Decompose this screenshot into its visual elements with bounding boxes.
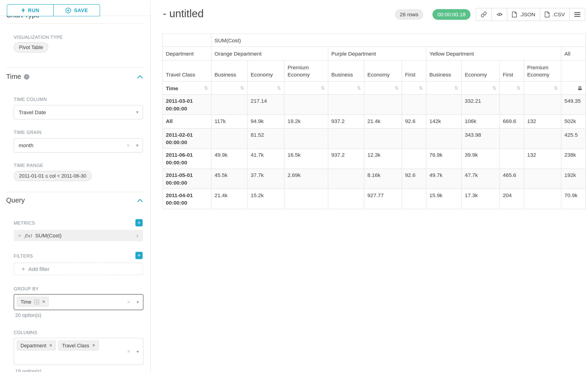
chevron-up-icon[interactable] <box>137 75 143 78</box>
save-button[interactable]: SAVE <box>53 4 100 16</box>
query-section-header[interactable]: Query <box>6 196 143 204</box>
chevron-up-icon[interactable] <box>137 199 143 202</box>
pivot-row-header: All <box>163 115 211 128</box>
pivot-group-header: Purple Department <box>328 46 426 60</box>
metric-chip[interactable]: ƒ(x) SUM(Cost) <box>14 230 143 241</box>
sort-icon[interactable] <box>454 85 458 91</box>
pivot-value-cell: 192k <box>561 169 586 189</box>
visualization-type-pill[interactable]: Pivot Table <box>14 42 49 53</box>
view-query-button[interactable]: </> <box>491 8 507 21</box>
group-by-control[interactable]: Time <box>14 294 143 310</box>
clear-icon[interactable] <box>127 299 130 305</box>
sort-icon[interactable] <box>419 85 423 91</box>
time-range-pill[interactable]: 2011-01-01 ≤ col < 2011-06-30 <box>14 171 92 181</box>
export-csv-button[interactable]: .CSV <box>540 8 570 21</box>
export-button-group: </> .JSON .CSV <box>476 8 585 21</box>
pivot-row-header: 2011-05-01 00:00:00 <box>163 169 211 189</box>
time-column-label: TIME COLUMN <box>14 97 47 102</box>
pivot-class-header: Economy <box>364 60 402 82</box>
time-column-select[interactable]: Travel Date <box>14 105 143 119</box>
pivot-value-cell <box>500 128 524 149</box>
pivot-sort-cell <box>462 82 500 95</box>
pivot-sort-cell <box>524 82 561 95</box>
menu-button[interactable] <box>569 8 586 21</box>
group-by-options-hint: 20 option(s) <box>15 312 41 318</box>
sort-icon[interactable] <box>321 85 325 91</box>
sort-icon[interactable] <box>277 85 281 91</box>
remove-chip-icon[interactable] <box>42 299 45 304</box>
pivot-class-header <box>561 60 586 82</box>
pivot-sort-cell <box>211 82 247 95</box>
pivot-value-cell: 937.2 <box>328 115 364 128</box>
pivot-value-cell: 8.16k <box>364 169 402 189</box>
time-grain-select[interactable]: month <box>14 138 143 152</box>
copy-link-button[interactable] <box>476 8 492 21</box>
clear-icon[interactable] <box>127 142 130 148</box>
pivot-value-cell: 92.6 <box>402 115 426 128</box>
pivot-value-cell <box>284 95 328 115</box>
export-json-button[interactable]: .JSON <box>507 8 540 21</box>
sort-icon[interactable] <box>394 85 399 91</box>
pivot-value-cell: 238k <box>561 149 586 169</box>
run-button-label: RUN <box>28 7 39 13</box>
pivot-value-cell <box>328 169 364 189</box>
add-filter-plus-button[interactable] <box>136 252 143 259</box>
explore-view: Chart Type RUN SAVE VISUALIZATION TYPE P… <box>0 0 588 372</box>
pivot-table: SUM(Cost)DepartmentOrange DepartmentPurp… <box>162 33 586 209</box>
add-metric-button[interactable] <box>136 219 143 226</box>
columns-control[interactable]: DepartmentTravel Class <box>14 338 143 365</box>
pivot-value-cell: 549.35 <box>561 95 586 115</box>
pivot-value-cell <box>211 128 247 149</box>
remove-chip-icon[interactable] <box>92 343 95 348</box>
pivot-row-header: 2011-04-01 00:00:00 <box>163 189 211 209</box>
chevron-right-icon[interactable] <box>136 232 138 239</box>
sort-icon[interactable] <box>357 85 361 91</box>
pivot-value-cell: 132 <box>524 149 561 169</box>
pivot-value-cell: 21.4k <box>211 189 247 209</box>
pivot-sort-cell <box>248 82 284 95</box>
pivot-class-header: First <box>500 60 524 82</box>
pivot-value-cell <box>402 189 426 209</box>
run-button[interactable]: RUN <box>7 4 53 16</box>
pivot-sort-cell <box>500 82 524 95</box>
sort-icon[interactable] <box>204 85 208 91</box>
pivot-value-cell: 21.4k <box>364 115 402 128</box>
columns-chip[interactable]: Department <box>17 340 56 351</box>
add-filter-button[interactable]: Add filter <box>14 263 143 275</box>
pivot-value-cell: 204 <box>500 189 524 209</box>
pivot-value-cell: 937.2 <box>328 149 364 169</box>
pivot-group-header: All <box>561 46 586 60</box>
pivot-col-dimension-label: Travel Class <box>163 60 211 82</box>
sort-icon[interactable] <box>554 85 558 91</box>
sort-desc-icon[interactable] <box>578 85 582 91</box>
pivot-group-header: Orange Department <box>211 46 328 60</box>
pivot-row-header: 2011-06-01 00:00:00 <box>163 149 211 169</box>
chevron-down-icon[interactable] <box>136 299 139 305</box>
pivot-class-header: Economy <box>462 60 500 82</box>
time-column-value: Travel Date <box>19 109 46 115</box>
sort-icon[interactable] <box>492 85 496 91</box>
remove-chip-icon[interactable] <box>50 343 52 348</box>
chevron-down-icon[interactable] <box>136 349 139 354</box>
chevron-down-icon[interactable] <box>136 143 138 148</box>
pivot-value-cell: 94.9k <box>248 115 284 128</box>
group-by-chip[interactable]: Time <box>17 297 49 307</box>
row-count-badge: 26 rows <box>395 9 423 20</box>
pivot-value-cell <box>524 169 561 189</box>
sort-icon[interactable] <box>517 85 521 91</box>
time-section-header[interactable]: Time <box>6 73 143 81</box>
pivot-value-cell: 17.3k <box>462 189 500 209</box>
pivot-value-cell <box>524 189 561 209</box>
sort-icon[interactable] <box>240 85 244 91</box>
remove-metric-icon[interactable] <box>18 233 21 239</box>
pivot-value-cell: 70.9k <box>561 189 586 209</box>
control-panel: Chart Type RUN SAVE VISUALIZATION TYPE P… <box>0 0 151 372</box>
pivot-value-cell <box>328 128 364 149</box>
clear-icon[interactable] <box>127 349 130 354</box>
plus-icon <box>22 266 25 272</box>
link-icon <box>481 11 487 17</box>
pivot-metric-header: SUM(Cost) <box>211 34 586 47</box>
columns-chip[interactable]: Travel Class <box>58 340 99 351</box>
pivot-class-header: Business <box>328 60 364 82</box>
chevron-down-icon[interactable] <box>136 109 138 115</box>
